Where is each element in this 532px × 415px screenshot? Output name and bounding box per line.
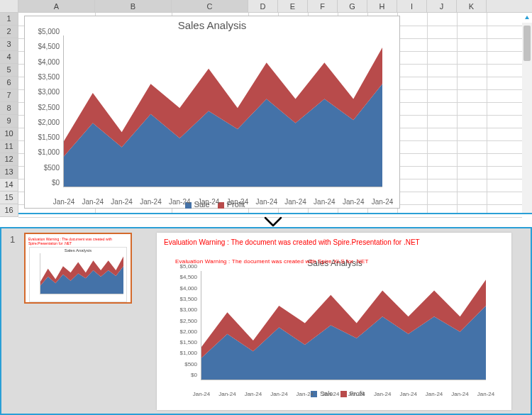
y-axis-label: $1,500 xyxy=(180,339,197,345)
column-header[interactable]: B xyxy=(95,0,172,12)
y-axis-label: $3,000 xyxy=(180,306,197,313)
evaluation-warning: Evaluation Warning : The document was cr… xyxy=(164,238,420,246)
row-header[interactable]: 4 xyxy=(0,51,18,64)
row-header[interactable]: 10 xyxy=(0,128,18,140)
row-header[interactable]: 8 xyxy=(0,102,18,115)
column-header[interactable]: H xyxy=(367,0,397,12)
row-header[interactable]: 13 xyxy=(0,166,18,179)
slide-number: 1 xyxy=(10,234,15,245)
row-header[interactable]: 7 xyxy=(0,89,18,102)
evaluation-warning-inner: Evaluation Warning : The document was cr… xyxy=(175,258,369,265)
excel-pane: ABCDEFGHIJK 12345678910111213141516 Sale… xyxy=(0,0,532,214)
column-header[interactable]: D xyxy=(248,0,278,12)
scroll-thumb[interactable] xyxy=(523,26,531,61)
y-axis-label: $0 xyxy=(52,179,60,187)
y-axis-label: $3,000 xyxy=(38,88,60,96)
row-header[interactable]: 12 xyxy=(0,153,18,166)
row-header[interactable]: 5 xyxy=(0,64,18,77)
row-header[interactable]: 1 xyxy=(0,13,18,26)
x-axis-label: Jan-24 xyxy=(169,198,191,206)
x-axis-label: Jan-24 xyxy=(193,391,210,397)
x-axis-label: Jan-24 xyxy=(227,198,249,206)
row-header[interactable]: 9 xyxy=(0,115,18,128)
legend-swatch-profit xyxy=(340,391,347,397)
x-axis-label: Jan-24 xyxy=(322,391,339,397)
x-axis-label: Jan-24 xyxy=(140,198,162,206)
x-axis-label: Jan-24 xyxy=(343,198,365,206)
x-axis-label: Jan-24 xyxy=(198,198,220,206)
x-axis-label: Jan-24 xyxy=(53,198,75,206)
chart-title: Sales Analysis xyxy=(25,16,399,33)
row-header[interactable]: 14 xyxy=(0,179,18,192)
row-header[interactable]: 3 xyxy=(0,38,18,51)
x-axis-label: Jan-24 xyxy=(111,198,133,206)
y-axis-label: $3,500 xyxy=(180,296,197,302)
y-axis-label: $4,500 xyxy=(180,274,197,280)
y-axis-label: $5,000 xyxy=(38,28,60,35)
y-axis-label: $4,500 xyxy=(38,43,60,50)
scroll-up-button[interactable] xyxy=(522,13,532,23)
y-axis-label: $5,000 xyxy=(180,263,197,270)
slide[interactable]: Evaluation Warning : The document was cr… xyxy=(157,233,511,410)
column-header[interactable]: G xyxy=(338,0,367,12)
svg-marker-0 xyxy=(525,16,529,19)
y-axis-label: $2,500 xyxy=(180,318,197,324)
x-axis-label: Jan-24 xyxy=(82,198,104,206)
y-axis-label: $2,000 xyxy=(180,328,197,335)
row-header[interactable]: 16 xyxy=(0,204,18,217)
x-axis-label: Jan-24 xyxy=(374,391,391,397)
x-axis-label: Jan-24 xyxy=(451,391,468,397)
row-headers: 12345678910111213141516 xyxy=(0,13,18,217)
column-headers: ABCDEFGHIJK xyxy=(0,0,532,13)
x-axis-label: Jan-24 xyxy=(372,198,394,206)
x-axis-label: Jan-24 xyxy=(348,391,365,397)
y-axis-label: $500 xyxy=(184,361,197,367)
x-axis-label: Jan-24 xyxy=(297,391,314,397)
x-axis-label: Jan-24 xyxy=(255,198,277,206)
excel-chart[interactable]: Sales Analysis $5,000$4,500$4,000$3,500$… xyxy=(24,16,400,209)
column-header[interactable]: K xyxy=(457,0,487,12)
thumbnail-content: Evaluation Warning : The document was cr… xyxy=(28,237,128,299)
slide-thumbnail-panel: 1 Evaluation Warning : The document was … xyxy=(1,228,142,414)
thumbnail-chart: Sales Analysis xyxy=(29,247,127,302)
y-axis-label: $3,500 xyxy=(38,73,60,81)
y-axis-label: $500 xyxy=(44,164,60,172)
y-axis-label: $4,000 xyxy=(180,285,197,292)
chart-plot-area: $5,000$4,500$4,000$3,500$3,000$2,500$2,0… xyxy=(63,35,382,187)
x-axis-label: Jan-24 xyxy=(270,391,287,397)
y-axis-label: $1,500 xyxy=(38,133,60,141)
row-header[interactable]: 15 xyxy=(0,192,18,204)
column-header[interactable]: E xyxy=(278,0,308,12)
row-header[interactable]: 11 xyxy=(0,140,18,153)
slide-chart-plot: $5,000$4,500$4,000$3,500$3,000$2,500$2,0… xyxy=(201,271,486,380)
slide-chart[interactable]: Evaluation Warning : The document was cr… xyxy=(172,257,497,403)
x-axis-label: Jan-24 xyxy=(284,198,306,206)
powerpoint-pane: 1 Evaluation Warning : The document was … xyxy=(0,227,532,415)
thumbnail-chart-title: Sales Analysis xyxy=(30,248,126,253)
y-axis-label: $2,500 xyxy=(38,104,60,111)
x-axis-label: Jan-24 xyxy=(399,391,416,397)
y-axis-label: $0 xyxy=(191,372,197,378)
x-axis-label: Jan-24 xyxy=(218,391,235,397)
column-header[interactable]: J xyxy=(427,0,457,12)
x-axis-label: Jan-24 xyxy=(426,391,443,397)
down-arrow-icon xyxy=(264,216,282,229)
vertical-scrollbar[interactable] xyxy=(522,13,532,213)
y-axis-label: $2,000 xyxy=(38,118,60,126)
column-header[interactable]: C xyxy=(172,0,248,12)
slide-thumbnail[interactable]: Evaluation Warning : The document was cr… xyxy=(24,233,132,304)
slide-edit-area: Evaluation Warning : The document was cr… xyxy=(143,233,525,409)
y-axis-label: $1,000 xyxy=(38,148,60,156)
column-header[interactable]: A xyxy=(18,0,95,12)
row-header[interactable]: 6 xyxy=(0,77,18,89)
column-header[interactable]: I xyxy=(397,0,427,12)
x-axis-label: Jan-24 xyxy=(477,391,494,397)
x-axis-label: Jan-24 xyxy=(245,391,262,397)
column-header[interactable]: F xyxy=(308,0,338,12)
x-axis-label: Jan-24 xyxy=(314,198,336,206)
row-header[interactable]: 2 xyxy=(0,26,18,38)
thumbnail-warning: Evaluation Warning : The document was cr… xyxy=(28,237,128,245)
y-axis-label: $1,000 xyxy=(180,350,197,356)
y-axis-label: $4,000 xyxy=(38,58,60,66)
